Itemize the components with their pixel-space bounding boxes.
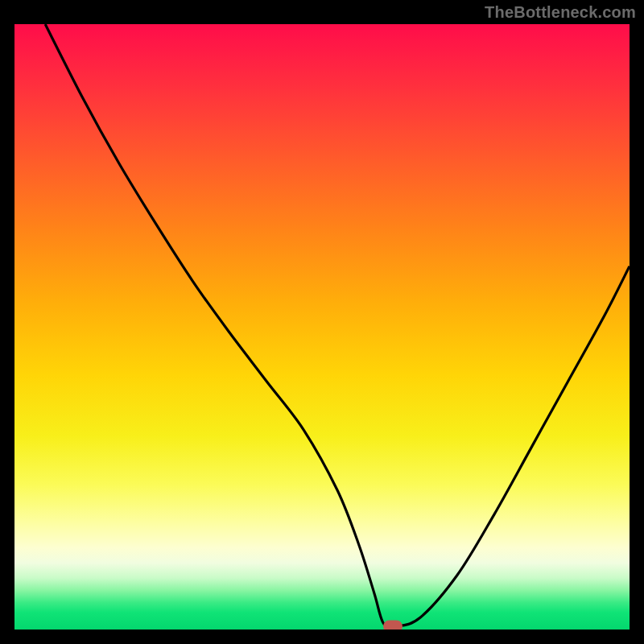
bottleneck-curve bbox=[14, 24, 630, 630]
plot-area bbox=[14, 24, 630, 630]
axis-baseline bbox=[0, 630, 644, 644]
attribution-label: TheBottleneck.com bbox=[485, 3, 636, 22]
chart-frame: TheBottleneck.com bbox=[0, 0, 644, 644]
